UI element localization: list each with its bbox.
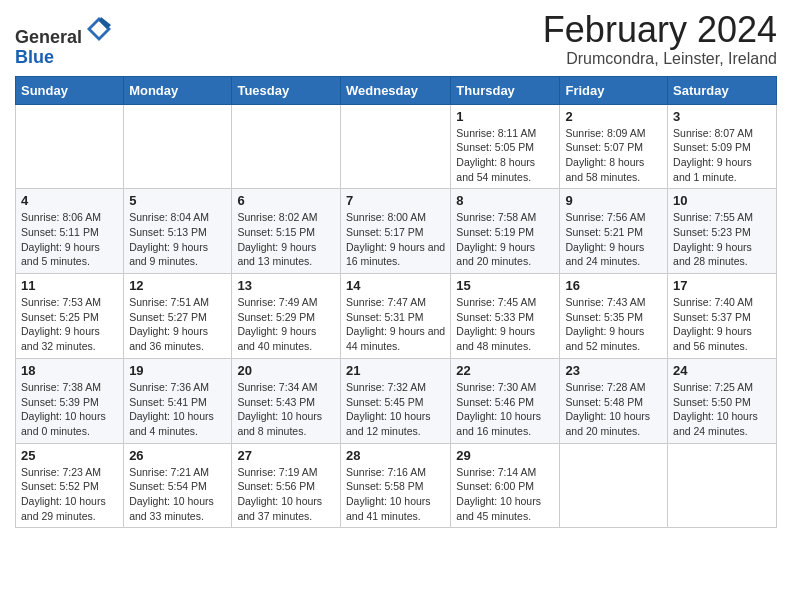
day-number: 12 bbox=[129, 278, 226, 293]
day-number: 9 bbox=[565, 193, 662, 208]
day-number: 16 bbox=[565, 278, 662, 293]
day-number: 29 bbox=[456, 448, 554, 463]
calendar-cell: 7Sunrise: 8:00 AM Sunset: 5:17 PM Daylig… bbox=[340, 189, 450, 274]
day-number: 11 bbox=[21, 278, 118, 293]
weekday-header-thursday: Thursday bbox=[451, 76, 560, 104]
calendar-cell: 5Sunrise: 8:04 AM Sunset: 5:13 PM Daylig… bbox=[124, 189, 232, 274]
month-title: February 2024 bbox=[543, 10, 777, 50]
location-title: Drumcondra, Leinster, Ireland bbox=[543, 50, 777, 68]
day-info: Sunrise: 8:02 AM Sunset: 5:15 PM Dayligh… bbox=[237, 210, 335, 269]
logo-general-text: General bbox=[15, 27, 82, 47]
day-info: Sunrise: 8:00 AM Sunset: 5:17 PM Dayligh… bbox=[346, 210, 445, 269]
calendar-cell bbox=[232, 104, 341, 189]
day-info: Sunrise: 7:55 AM Sunset: 5:23 PM Dayligh… bbox=[673, 210, 771, 269]
calendar-cell: 28Sunrise: 7:16 AM Sunset: 5:58 PM Dayli… bbox=[340, 443, 450, 528]
calendar-cell: 13Sunrise: 7:49 AM Sunset: 5:29 PM Dayli… bbox=[232, 274, 341, 359]
logo: General Blue bbox=[15, 15, 113, 68]
day-number: 14 bbox=[346, 278, 445, 293]
calendar-cell: 23Sunrise: 7:28 AM Sunset: 5:48 PM Dayli… bbox=[560, 358, 668, 443]
calendar-cell: 22Sunrise: 7:30 AM Sunset: 5:46 PM Dayli… bbox=[451, 358, 560, 443]
day-number: 2 bbox=[565, 109, 662, 124]
calendar-week-row: 25Sunrise: 7:23 AM Sunset: 5:52 PM Dayli… bbox=[16, 443, 777, 528]
day-number: 6 bbox=[237, 193, 335, 208]
calendar-cell: 27Sunrise: 7:19 AM Sunset: 5:56 PM Dayli… bbox=[232, 443, 341, 528]
calendar-cell: 4Sunrise: 8:06 AM Sunset: 5:11 PM Daylig… bbox=[16, 189, 124, 274]
day-number: 8 bbox=[456, 193, 554, 208]
title-area: February 2024 Drumcondra, Leinster, Irel… bbox=[543, 10, 777, 68]
calendar-cell: 20Sunrise: 7:34 AM Sunset: 5:43 PM Dayli… bbox=[232, 358, 341, 443]
day-number: 22 bbox=[456, 363, 554, 378]
day-info: Sunrise: 7:30 AM Sunset: 5:46 PM Dayligh… bbox=[456, 380, 554, 439]
weekday-header-sunday: Sunday bbox=[16, 76, 124, 104]
day-info: Sunrise: 7:32 AM Sunset: 5:45 PM Dayligh… bbox=[346, 380, 445, 439]
calendar-cell: 3Sunrise: 8:07 AM Sunset: 5:09 PM Daylig… bbox=[668, 104, 777, 189]
calendar-cell: 11Sunrise: 7:53 AM Sunset: 5:25 PM Dayli… bbox=[16, 274, 124, 359]
day-number: 5 bbox=[129, 193, 226, 208]
calendar-cell: 2Sunrise: 8:09 AM Sunset: 5:07 PM Daylig… bbox=[560, 104, 668, 189]
day-info: Sunrise: 7:34 AM Sunset: 5:43 PM Dayligh… bbox=[237, 380, 335, 439]
day-info: Sunrise: 7:28 AM Sunset: 5:48 PM Dayligh… bbox=[565, 380, 662, 439]
calendar-cell: 16Sunrise: 7:43 AM Sunset: 5:35 PM Dayli… bbox=[560, 274, 668, 359]
calendar-cell: 1Sunrise: 8:11 AM Sunset: 5:05 PM Daylig… bbox=[451, 104, 560, 189]
calendar-cell bbox=[124, 104, 232, 189]
calendar-cell: 29Sunrise: 7:14 AM Sunset: 6:00 PM Dayli… bbox=[451, 443, 560, 528]
calendar-cell: 9Sunrise: 7:56 AM Sunset: 5:21 PM Daylig… bbox=[560, 189, 668, 274]
calendar-cell: 15Sunrise: 7:45 AM Sunset: 5:33 PM Dayli… bbox=[451, 274, 560, 359]
day-info: Sunrise: 7:58 AM Sunset: 5:19 PM Dayligh… bbox=[456, 210, 554, 269]
day-info: Sunrise: 7:23 AM Sunset: 5:52 PM Dayligh… bbox=[21, 465, 118, 524]
calendar-cell bbox=[668, 443, 777, 528]
calendar-week-row: 1Sunrise: 8:11 AM Sunset: 5:05 PM Daylig… bbox=[16, 104, 777, 189]
calendar-cell: 25Sunrise: 7:23 AM Sunset: 5:52 PM Dayli… bbox=[16, 443, 124, 528]
day-number: 13 bbox=[237, 278, 335, 293]
day-info: Sunrise: 8:07 AM Sunset: 5:09 PM Dayligh… bbox=[673, 126, 771, 185]
day-info: Sunrise: 7:47 AM Sunset: 5:31 PM Dayligh… bbox=[346, 295, 445, 354]
day-info: Sunrise: 7:40 AM Sunset: 5:37 PM Dayligh… bbox=[673, 295, 771, 354]
logo-icon bbox=[85, 15, 113, 43]
calendar-cell bbox=[340, 104, 450, 189]
calendar-cell: 12Sunrise: 7:51 AM Sunset: 5:27 PM Dayli… bbox=[124, 274, 232, 359]
weekday-header-saturday: Saturday bbox=[668, 76, 777, 104]
header: General Blue February 2024 Drumcondra, L… bbox=[15, 10, 777, 68]
weekday-header-tuesday: Tuesday bbox=[232, 76, 341, 104]
day-number: 17 bbox=[673, 278, 771, 293]
calendar-cell: 14Sunrise: 7:47 AM Sunset: 5:31 PM Dayli… bbox=[340, 274, 450, 359]
day-number: 10 bbox=[673, 193, 771, 208]
calendar-cell: 26Sunrise: 7:21 AM Sunset: 5:54 PM Dayli… bbox=[124, 443, 232, 528]
day-number: 25 bbox=[21, 448, 118, 463]
calendar-cell: 21Sunrise: 7:32 AM Sunset: 5:45 PM Dayli… bbox=[340, 358, 450, 443]
weekday-header-wednesday: Wednesday bbox=[340, 76, 450, 104]
day-info: Sunrise: 7:19 AM Sunset: 5:56 PM Dayligh… bbox=[237, 465, 335, 524]
calendar-week-row: 18Sunrise: 7:38 AM Sunset: 5:39 PM Dayli… bbox=[16, 358, 777, 443]
day-number: 23 bbox=[565, 363, 662, 378]
calendar-week-row: 4Sunrise: 8:06 AM Sunset: 5:11 PM Daylig… bbox=[16, 189, 777, 274]
calendar-cell: 8Sunrise: 7:58 AM Sunset: 5:19 PM Daylig… bbox=[451, 189, 560, 274]
day-number: 7 bbox=[346, 193, 445, 208]
day-info: Sunrise: 7:45 AM Sunset: 5:33 PM Dayligh… bbox=[456, 295, 554, 354]
day-info: Sunrise: 7:38 AM Sunset: 5:39 PM Dayligh… bbox=[21, 380, 118, 439]
calendar-cell: 19Sunrise: 7:36 AM Sunset: 5:41 PM Dayli… bbox=[124, 358, 232, 443]
weekday-header-row: SundayMondayTuesdayWednesdayThursdayFrid… bbox=[16, 76, 777, 104]
day-number: 24 bbox=[673, 363, 771, 378]
day-info: Sunrise: 7:43 AM Sunset: 5:35 PM Dayligh… bbox=[565, 295, 662, 354]
day-info: Sunrise: 8:06 AM Sunset: 5:11 PM Dayligh… bbox=[21, 210, 118, 269]
calendar-table: SundayMondayTuesdayWednesdayThursdayFrid… bbox=[15, 76, 777, 529]
calendar-cell: 24Sunrise: 7:25 AM Sunset: 5:50 PM Dayli… bbox=[668, 358, 777, 443]
calendar-cell: 18Sunrise: 7:38 AM Sunset: 5:39 PM Dayli… bbox=[16, 358, 124, 443]
day-number: 28 bbox=[346, 448, 445, 463]
day-number: 20 bbox=[237, 363, 335, 378]
day-info: Sunrise: 8:11 AM Sunset: 5:05 PM Dayligh… bbox=[456, 126, 554, 185]
day-info: Sunrise: 8:09 AM Sunset: 5:07 PM Dayligh… bbox=[565, 126, 662, 185]
weekday-header-friday: Friday bbox=[560, 76, 668, 104]
day-info: Sunrise: 7:49 AM Sunset: 5:29 PM Dayligh… bbox=[237, 295, 335, 354]
day-info: Sunrise: 7:51 AM Sunset: 5:27 PM Dayligh… bbox=[129, 295, 226, 354]
calendar-cell: 6Sunrise: 8:02 AM Sunset: 5:15 PM Daylig… bbox=[232, 189, 341, 274]
day-number: 4 bbox=[21, 193, 118, 208]
calendar-cell: 10Sunrise: 7:55 AM Sunset: 5:23 PM Dayli… bbox=[668, 189, 777, 274]
calendar-cell: 17Sunrise: 7:40 AM Sunset: 5:37 PM Dayli… bbox=[668, 274, 777, 359]
day-number: 15 bbox=[456, 278, 554, 293]
calendar-cell bbox=[16, 104, 124, 189]
day-number: 21 bbox=[346, 363, 445, 378]
day-info: Sunrise: 7:25 AM Sunset: 5:50 PM Dayligh… bbox=[673, 380, 771, 439]
day-info: Sunrise: 7:56 AM Sunset: 5:21 PM Dayligh… bbox=[565, 210, 662, 269]
day-number: 1 bbox=[456, 109, 554, 124]
